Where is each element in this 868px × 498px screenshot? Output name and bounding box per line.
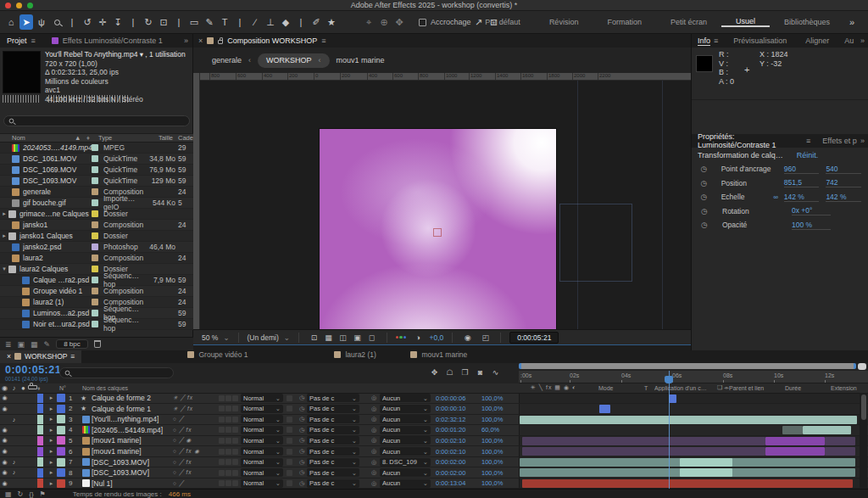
timeline-toggle-icon[interactable]: ✥ — [428, 367, 441, 378]
application-dropdown[interactable]: Pas de c⌄ — [307, 458, 359, 467]
workspace-overflow-icon[interactable]: » — [845, 14, 859, 30]
item-name[interactable]: Calque …ra2.psd — [33, 276, 92, 284]
column-parent[interactable]: Parent et lien — [729, 385, 785, 391]
layer-bar-segment[interactable] — [599, 405, 610, 413]
workspace-tab[interactable]: Bibliothèques — [770, 11, 844, 33]
layer-track[interactable] — [519, 394, 868, 404]
layer-color-box[interactable] — [57, 479, 65, 488]
footage-name[interactable]: You'll Rebel To Anything.mp4 ▾ , 1 utili… — [45, 50, 186, 59]
parent-dropdown[interactable]: Aucun⌄ — [380, 468, 431, 477]
project-item-row[interactable]: ▾ laura2 Calques Dossier — [0, 264, 193, 275]
layer-audio-toggle[interactable] — [9, 406, 19, 412]
project-item-row[interactable]: Luminos…a2.psd Séquenc…hop 59 — [0, 308, 193, 319]
blend-mode-dropdown[interactable]: Normal⌄ — [241, 415, 283, 423]
breadcrumb-generale[interactable]: generale — [212, 56, 242, 64]
layer-bar-segment[interactable] — [825, 437, 855, 445]
property-value[interactable]: 960 — [784, 165, 820, 174]
parent-dropdown[interactable]: Aucun⌄ — [380, 394, 431, 402]
layer-row[interactable]: ◉ ♪ ▸ 7 [DSC_1093.MOV] ○ ╱ fx — [0, 457, 868, 468]
label-column-icon[interactable]: ♦ — [37, 385, 46, 391]
show-snapshot-icon[interactable]: ◰ — [479, 332, 492, 344]
layer-label-color[interactable] — [37, 447, 43, 456]
blend-mode-dropdown[interactable]: Normal⌄ — [241, 436, 283, 445]
stopwatch-icon[interactable]: ◷ — [698, 165, 709, 173]
parent-pickwhip-icon[interactable]: ◎ — [368, 416, 380, 422]
tab-align[interactable]: Aligner — [805, 36, 829, 45]
layer-expander-icon[interactable]: ▸ — [46, 406, 57, 412]
parent-dropdown[interactable]: Aucun⌄ — [380, 415, 431, 423]
timeline-timecode[interactable]: 0:00:05:21 00141 (24.00 ips) — [5, 364, 61, 382]
layer-extension[interactable]: 60,0% — [481, 426, 519, 434]
property-label[interactable]: Point d'ancrage — [709, 165, 773, 173]
tool-icon[interactable]: ⊥ — [264, 14, 277, 30]
label-color-chip[interactable] — [92, 288, 98, 294]
layer-visibility-toggle[interactable]: ◉ — [0, 437, 9, 444]
layer-expander-icon[interactable]: ▸ — [46, 394, 57, 401]
project-item-row[interactable]: laura2 Composition 24 — [0, 253, 193, 264]
parent-pickwhip-icon[interactable]: ◎ — [368, 469, 380, 476]
project-item-row[interactable]: Calque …ra2.psd Séquenc…hop 7,9 Mo 59 — [0, 275, 193, 286]
property-label[interactable]: Rotation — [710, 207, 780, 215]
tool-icon[interactable]: ➤ — [19, 14, 33, 30]
layer-audio-toggle[interactable]: ♪ — [9, 469, 19, 476]
project-search-input[interactable] — [3, 115, 190, 126]
property-value-2[interactable]: 540 — [826, 165, 861, 174]
application-dropdown[interactable]: Pas de c⌄ — [307, 447, 359, 456]
workspace-tab[interactable]: Petit écran — [656, 11, 721, 33]
view-option-icon[interactable]: ◻ — [365, 332, 378, 344]
sort-icon[interactable]: ▲ — [75, 134, 86, 142]
layer-expander-icon[interactable]: ▸ — [46, 437, 57, 444]
layer-bar-segment[interactable] — [765, 437, 825, 445]
reset-link[interactable]: Réinit. — [797, 151, 819, 159]
camera-tool-icon[interactable]: ⌖ — [362, 14, 376, 30]
layer-switches[interactable]: ○ ╱ ◉ — [173, 437, 219, 444]
workspace-tab[interactable]: Formation — [593, 11, 656, 33]
column-name[interactable]: Nom — [0, 134, 75, 142]
trackmatte-toggle[interactable] — [287, 417, 292, 422]
layer-switches[interactable]: ✳ ╱ fx — [173, 406, 219, 412]
layer-name[interactable]: Calque de forme 1 — [92, 405, 173, 413]
tab-project[interactable]: Projet — [7, 36, 27, 45]
layer-visibility-toggle[interactable]: ◉ — [0, 427, 9, 434]
layer-name[interactable]: [mouv1 marine] — [92, 436, 173, 445]
layer-color-box[interactable] — [57, 458, 65, 467]
trackmatte-toggle[interactable] — [287, 459, 292, 465]
tab-workshop[interactable]: × WORKSHOP ≡ — [0, 350, 81, 363]
item-name[interactable]: jansko1 — [23, 221, 92, 229]
tab-effects-presets[interactable]: Effets et pa — [822, 137, 857, 145]
property-value[interactable]: 100 % — [792, 221, 831, 230]
label-color-chip[interactable] — [92, 221, 98, 228]
application-dropdown[interactable]: Pas de c⌄ — [307, 479, 359, 488]
application-dropdown[interactable]: Pas de c⌄ — [307, 394, 359, 402]
parent-dropdown[interactable]: Aucun⌄ — [380, 436, 431, 445]
tool-icon[interactable]: | — [172, 14, 186, 30]
item-name[interactable]: generale — [23, 187, 92, 196]
layer-expander-icon[interactable]: ▸ — [46, 469, 57, 476]
label-color-chip[interactable] — [92, 266, 98, 272]
timeline-toggle-icon[interactable]: ☖ — [443, 367, 456, 378]
tab-audio-truncated[interactable]: Au — [844, 36, 854, 45]
label-color-chip[interactable] — [92, 199, 98, 206]
panel-menu-icon[interactable]: ≡ — [321, 36, 326, 45]
layer-color-box[interactable] — [57, 426, 65, 434]
tab-properties[interactable]: Propriétés: Luminosité/Contraste 1 — [698, 132, 803, 149]
layer-audio-toggle[interactable] — [9, 394, 19, 401]
work-area-bar[interactable] — [519, 363, 856, 369]
layer-duration[interactable]: 0:00:02:10 — [436, 437, 481, 445]
layer-extension[interactable]: 100,0% — [481, 469, 519, 477]
label-color-chip[interactable] — [92, 155, 98, 162]
layer-name[interactable]: [DSC_1093.MOV] — [92, 458, 173, 467]
layer-switches[interactable]: ○ ╱ fx — [173, 427, 219, 434]
label-color-chip[interactable] — [92, 166, 98, 173]
view-option-icon[interactable]: ▦ — [322, 332, 335, 344]
property-value[interactable]: 142 % — [784, 193, 820, 202]
column-mode[interactable]: Mode — [598, 385, 644, 391]
tool-icon[interactable]: | — [126, 14, 140, 30]
status-icon[interactable]: ⚑ — [40, 490, 46, 498]
layer-color-box[interactable] — [57, 447, 65, 456]
application-dropdown[interactable]: Pas de c⌄ — [307, 426, 359, 434]
project-item-row[interactable]: ▸ grimace…ne Calques Dossier — [0, 209, 193, 220]
workspace-tab[interactable]: Par défaut — [470, 11, 535, 33]
label-color-chip[interactable] — [92, 188, 98, 195]
layer-duration[interactable]: 0:00:00:06 — [436, 394, 481, 402]
